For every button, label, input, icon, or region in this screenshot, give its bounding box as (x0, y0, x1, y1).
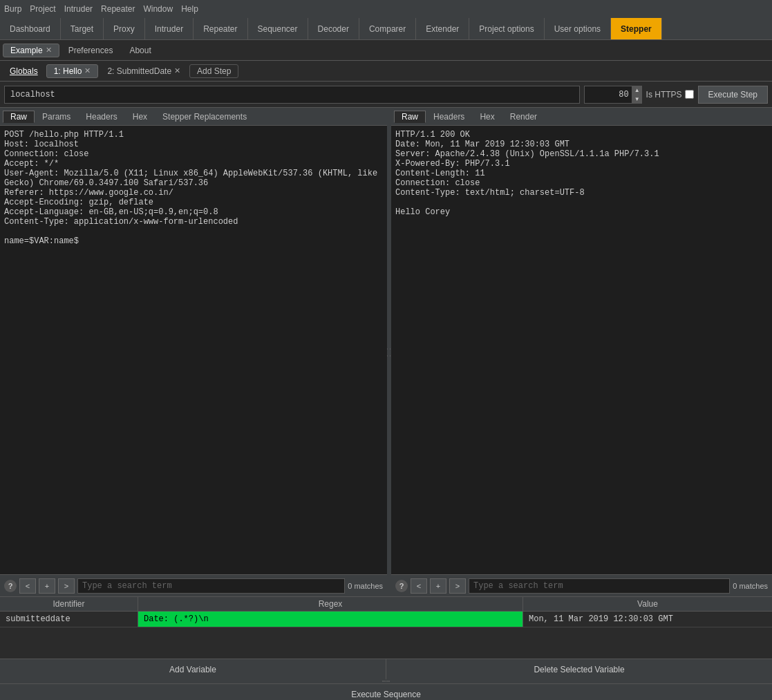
menu-burp[interactable]: Burp (4, 4, 21, 14)
close-example-icon[interactable]: ✕ (46, 46, 52, 55)
add-variable-button[interactable]: Add Variable (0, 659, 386, 679)
right-search-prev-button[interactable]: < (411, 578, 427, 594)
main-tab-bar: Dashboard Target Proxy Intruder Repeater… (0, 18, 772, 40)
menu-project[interactable]: Project (30, 4, 55, 14)
sub-tab-preferences[interactable]: Preferences (61, 44, 121, 57)
sub-tab-preferences-label: Preferences (68, 46, 113, 55)
left-search-next-button[interactable]: > (58, 578, 75, 594)
h-divider-dots-icon: ⋯⋯ (382, 677, 390, 685)
col-header-regex: Regex (138, 597, 523, 611)
right-search-add-button[interactable]: + (430, 578, 446, 594)
url-bar: ▲ ▼ Is HTTPS Execute Step (0, 82, 772, 108)
tab-repeater[interactable]: Repeater (194, 18, 247, 39)
tab-dashboard[interactable]: Dashboard (0, 18, 61, 39)
cell-identifier: submitteddate (0, 612, 138, 627)
sub-tab-about-label: About (129, 46, 151, 55)
table-row[interactable]: submitteddate Date: (.*?)\n Mon, 11 Mar … (0, 612, 772, 627)
tab-decoder[interactable]: Decoder (308, 18, 359, 39)
tab-target[interactable]: Target (61, 18, 104, 39)
tab-project-options[interactable]: Project options (469, 18, 544, 39)
cell-regex: Date: (.*?)\n (138, 612, 523, 627)
left-search-input[interactable] (77, 578, 345, 594)
left-text-panel[interactable]: POST /hello.php HTTP/1.1 Host: localhost… (0, 126, 387, 574)
close-step-1-icon[interactable]: ✕ (84, 66, 91, 75)
content-area: Raw Params Headers Hex Stepper Replaceme… (0, 108, 772, 596)
sub-tab-example-label: Example (10, 46, 43, 55)
left-tab-stepper-replacements[interactable]: Stepper Replacements (155, 111, 254, 123)
variables-table: Identifier Regex Value submitteddate Dat… (0, 596, 772, 659)
col-header-value: Value (523, 597, 772, 611)
tab-comparer[interactable]: Comparer (359, 18, 416, 39)
variables-table-header: Identifier Regex Value (0, 597, 772, 612)
left-tab-headers[interactable]: Headers (78, 111, 124, 123)
left-search-bar: ? < + > 0 matches (0, 574, 387, 596)
tab-stepper[interactable]: Stepper (611, 18, 662, 39)
tab-sequencer[interactable]: Sequencer (248, 18, 308, 39)
port-area: ▲ ▼ (584, 86, 642, 104)
sub-tab-bar: Example ✕ Preferences About (0, 40, 772, 61)
port-input[interactable] (584, 86, 632, 104)
left-panel-tabs: Raw Params Headers Hex Stepper Replaceme… (0, 108, 387, 126)
tab-user-options[interactable]: User options (545, 18, 611, 39)
left-tab-hex[interactable]: Hex (125, 111, 155, 123)
close-step-2-icon[interactable]: ✕ (174, 66, 180, 75)
step-tab-1[interactable]: 1: Hello ✕ (46, 64, 99, 78)
bottom-buttons: Add Variable Delete Selected Variable (0, 659, 772, 679)
port-spinner: ▲ ▼ (632, 86, 642, 104)
left-panel: Raw Params Headers Hex Stepper Replaceme… (0, 108, 387, 596)
menu-repeater[interactable]: Repeater (101, 4, 135, 14)
cell-value: Mon, 11 Mar 2019 12:30:03 GMT (523, 612, 772, 627)
tab-extender[interactable]: Extender (416, 18, 469, 39)
step-tab-2[interactable]: 2: SubmittedDate ✕ (100, 64, 188, 78)
step-tab-2-label: 2: SubmittedDate (107, 66, 171, 76)
sub-tab-example[interactable]: Example ✕ (3, 44, 59, 57)
step-tab-bar: Globals 1: Hello ✕ 2: SubmittedDate ✕ Ad… (0, 61, 772, 82)
https-checkbox[interactable] (685, 90, 694, 99)
right-tab-headers[interactable]: Headers (426, 111, 472, 123)
right-search-bar: ? < + > 0 matches (391, 574, 772, 596)
globals-tab[interactable]: Globals (3, 65, 45, 77)
https-label-text: Is HTTPS (646, 90, 682, 100)
left-tab-raw[interactable]: Raw (3, 111, 35, 123)
menu-intruder[interactable]: Intruder (64, 4, 93, 14)
menu-window[interactable]: Window (143, 4, 173, 14)
left-matches-label: 0 matches (348, 582, 383, 590)
right-text-panel[interactable]: HTTP/1.1 200 OK Date: Mon, 11 Mar 2019 1… (391, 126, 772, 574)
sub-tab-about[interactable]: About (122, 44, 158, 57)
execute-step-button[interactable]: Execute Step (698, 86, 768, 104)
left-search-prev-button[interactable]: < (19, 578, 36, 594)
col-header-identifier: Identifier (0, 597, 138, 611)
right-matches-label: 0 matches (733, 582, 768, 590)
right-tab-render[interactable]: Render (502, 111, 545, 123)
step-tab-1-label: 1: Hello (54, 66, 82, 76)
https-label: Is HTTPS (646, 90, 694, 100)
port-up-button[interactable]: ▲ (632, 86, 642, 95)
delete-variable-button[interactable]: Delete Selected Variable (386, 659, 772, 679)
right-panel-tabs: Raw Headers Hex Render (391, 108, 772, 126)
tab-intruder[interactable]: Intruder (145, 18, 194, 39)
right-tab-hex[interactable]: Hex (472, 111, 502, 123)
right-tab-raw[interactable]: Raw (394, 111, 426, 123)
menu-help[interactable]: Help (181, 4, 198, 14)
left-tab-params[interactable]: Params (35, 111, 78, 123)
add-step-button[interactable]: Add Step (189, 64, 238, 78)
left-search-add-button[interactable]: + (39, 578, 55, 594)
port-down-button[interactable]: ▼ (632, 95, 642, 104)
right-panel: Raw Headers Hex Render HTTP/1.1 200 OK D… (391, 108, 772, 596)
execute-sequence-bar[interactable]: Execute Sequence (0, 683, 772, 700)
execute-sequence-label: Execute Sequence (351, 690, 421, 699)
host-input[interactable] (4, 86, 580, 104)
right-search-next-button[interactable]: > (449, 578, 466, 594)
tab-proxy[interactable]: Proxy (104, 18, 145, 39)
right-search-help-icon[interactable]: ? (395, 580, 408, 592)
left-search-help-icon[interactable]: ? (4, 580, 17, 592)
menu-bar: Burp Project Intruder Repeater Window He… (0, 0, 772, 18)
right-search-input[interactable] (469, 578, 730, 594)
